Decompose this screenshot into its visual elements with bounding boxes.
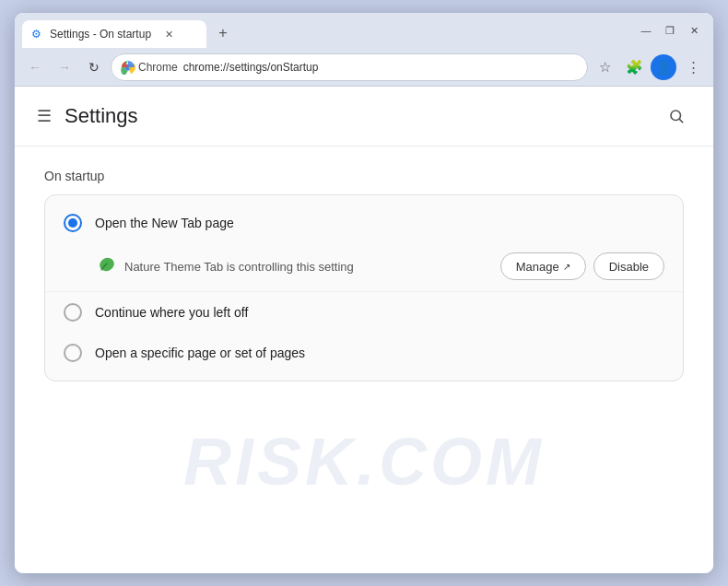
- forward-button[interactable]: →: [52, 54, 77, 80]
- minimize-button[interactable]: —: [638, 22, 654, 39]
- menu-icon[interactable]: ☰: [37, 106, 52, 126]
- chrome-icon: [121, 60, 135, 75]
- option-row-specific-page[interactable]: Open a specific page or set of pages: [45, 333, 683, 373]
- profile-icon: 👤: [656, 60, 672, 75]
- page-title: Settings: [65, 104, 138, 128]
- page-content: ☰ Settings On startup: [15, 87, 713, 573]
- option-label-specific-page: Open a specific page or set of pages: [95, 346, 305, 360]
- disable-button[interactable]: Disable: [593, 252, 664, 280]
- radio-new-tab[interactable]: [64, 214, 82, 232]
- window-controls: — ❐ ✕: [638, 22, 702, 39]
- close-button[interactable]: ✕: [686, 22, 702, 39]
- page-wrapper: ☰ Settings On startup: [15, 87, 713, 573]
- manage-button[interactable]: Manage ↗: [500, 252, 586, 280]
- bookmark-button[interactable]: ☆: [592, 54, 617, 80]
- settings-header: ☰ Settings: [15, 87, 713, 146]
- tab-favicon: ⚙: [31, 28, 44, 41]
- tab-title: Settings - On startup: [50, 28, 151, 41]
- tab-close-button[interactable]: ✕: [160, 26, 177, 42]
- radio-continue[interactable]: [64, 303, 82, 322]
- extension-control-text: Nature Theme Tab is controlling this set…: [124, 260, 491, 274]
- extensions-button[interactable]: 🧩: [621, 54, 647, 80]
- options-card: Open the New Tab page Nature Theme Tab i…: [44, 194, 684, 381]
- option-label-new-tab: Open the New Tab page: [95, 216, 234, 230]
- browser-window: ⚙ Settings - On startup ✕ + — ❐ ✕ ← → ↻: [14, 12, 714, 574]
- search-icon: [668, 108, 685, 124]
- address-bar[interactable]: Chrome chrome://settings/onStartup: [111, 53, 588, 81]
- maximize-button[interactable]: ❐: [662, 22, 678, 39]
- settings-title-group: ☰ Settings: [37, 104, 138, 128]
- sub-actions: Manage ↗ Disable: [500, 252, 664, 280]
- new-tab-button[interactable]: +: [210, 20, 236, 46]
- option-row-new-tab[interactable]: Open the New Tab page: [45, 203, 683, 243]
- radio-specific-page[interactable]: [64, 344, 82, 362]
- leaf-icon: [95, 256, 115, 276]
- toolbar: ← → ↻ Chrome chrome://settings/onStartup…: [15, 48, 713, 87]
- refresh-button[interactable]: ↻: [81, 54, 107, 80]
- radio-new-tab-inner: [68, 218, 77, 228]
- title-bar: ⚙ Settings - On startup ✕ + — ❐ ✕: [15, 13, 713, 48]
- option-row-continue[interactable]: Continue where you left off: [45, 292, 683, 333]
- active-tab: ⚙ Settings - On startup ✕: [22, 20, 206, 48]
- svg-line-2: [679, 119, 682, 122]
- more-button[interactable]: ⋮: [680, 54, 706, 80]
- sub-row-extension: Nature Theme Tab is controlling this set…: [45, 243, 683, 292]
- back-button[interactable]: ←: [22, 54, 48, 80]
- chrome-label: Chrome: [138, 61, 178, 74]
- section-title: On startup: [44, 169, 684, 183]
- search-settings-button[interactable]: [662, 101, 691, 131]
- settings-body: On startup Open the New Tab page: [15, 146, 713, 404]
- profile-button[interactable]: 👤: [651, 54, 676, 80]
- external-link-icon: ↗: [563, 262, 570, 272]
- url-text: chrome://settings/onStartup: [183, 61, 319, 74]
- chrome-logo: Chrome: [121, 60, 178, 75]
- option-label-continue: Continue where you left off: [95, 305, 248, 320]
